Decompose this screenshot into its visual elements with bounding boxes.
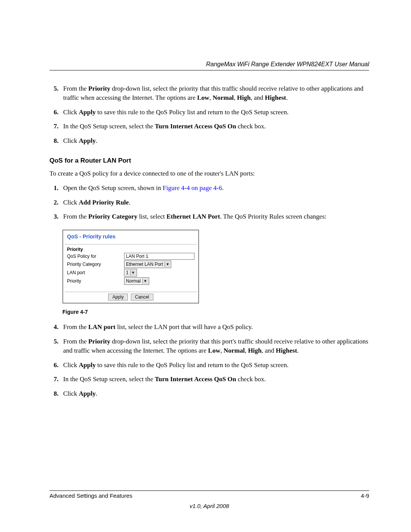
label-lan-port: LAN port: [67, 270, 124, 275]
numbered-list-3: From the LAN port list, select the LAN p…: [60, 323, 369, 398]
priority-section-label: Priority: [67, 247, 194, 252]
section-intro: To create a QoS policy for a device conn…: [49, 169, 369, 178]
list-item: In the QoS Setup screen, select the Turn…: [60, 375, 369, 384]
footer-version: v1.0, April 2008: [49, 503, 369, 509]
numbered-list-1: From the Priority drop-down list, select…: [60, 84, 369, 145]
select-priority[interactable]: Normal ▼: [124, 277, 149, 285]
row-policy-for: QoS Policy for: [67, 253, 194, 260]
qos-panel-title: QoS - Priority rules: [63, 230, 198, 244]
chevron-down-icon: ▼: [142, 278, 148, 284]
footer-left: Advanced Settings and Features: [49, 492, 132, 499]
select-priority-category[interactable]: Ethernet LAN Port ▼: [124, 260, 171, 268]
section-heading: QoS for a Router LAN Port: [49, 157, 369, 165]
figure-4-7: QoS - Priority rules Priority QoS Policy…: [62, 230, 369, 304]
footer-right: 4-9: [361, 492, 369, 499]
list-item: From the LAN port list, select the LAN p…: [60, 323, 369, 332]
list-item: Click Apply.: [60, 389, 369, 398]
list-item: From the Priority drop-down list, select…: [60, 84, 369, 102]
header-title: RangeMax WiFi Range Extender WPN824EXT U…: [206, 61, 369, 67]
select-lan-port[interactable]: 1 ▼: [124, 269, 137, 276]
page-header: RangeMax WiFi Range Extender WPN824EXT U…: [49, 61, 369, 70]
select-priority-value: Normal: [126, 278, 141, 284]
list-item: In the QoS Setup screen, select the Turn…: [60, 122, 369, 131]
page-footer: Advanced Settings and Features 4-9 v1.0,…: [49, 490, 369, 509]
label-priority: Priority: [67, 278, 124, 284]
list-item: Click Apply to save this rule to the QoS…: [60, 108, 369, 117]
list-item: From the Priority Category list, select …: [60, 212, 369, 221]
label-policy-for: QoS Policy for: [67, 254, 124, 259]
apply-button[interactable]: Apply: [108, 294, 128, 300]
select-lan-port-value: 1: [126, 270, 129, 275]
numbered-list-2: Open the QoS Setup screen, shown in Figu…: [60, 184, 369, 221]
cancel-button[interactable]: Cancel: [131, 294, 153, 300]
list-item: Click Apply.: [60, 136, 369, 145]
list-item: Open the QoS Setup screen, shown in Figu…: [60, 184, 369, 193]
qos-priority-rules-panel: QoS - Priority rules Priority QoS Policy…: [62, 230, 199, 304]
row-lan-port: LAN port 1 ▼: [67, 269, 194, 276]
row-priority: Priority Normal ▼: [67, 277, 194, 285]
list-item: Click Apply to save this rule to the QoS…: [60, 361, 369, 370]
chevron-down-icon: ▼: [164, 262, 170, 267]
row-priority-category: Priority Category Ethernet LAN Port ▼: [67, 260, 194, 268]
footer-rule: [49, 490, 369, 491]
label-priority-category: Priority Category: [67, 262, 124, 267]
list-item: Click Add Priority Rule.: [60, 198, 369, 207]
chevron-down-icon: ▼: [130, 270, 136, 275]
figure-caption: Figure 4-7: [62, 309, 369, 315]
list-item: From the Priority drop-down list, select…: [60, 337, 369, 355]
select-priority-category-value: Ethernet LAN Port: [126, 262, 163, 267]
input-policy-for[interactable]: [124, 253, 194, 260]
figure-button-row: Apply Cancel: [65, 292, 197, 303]
